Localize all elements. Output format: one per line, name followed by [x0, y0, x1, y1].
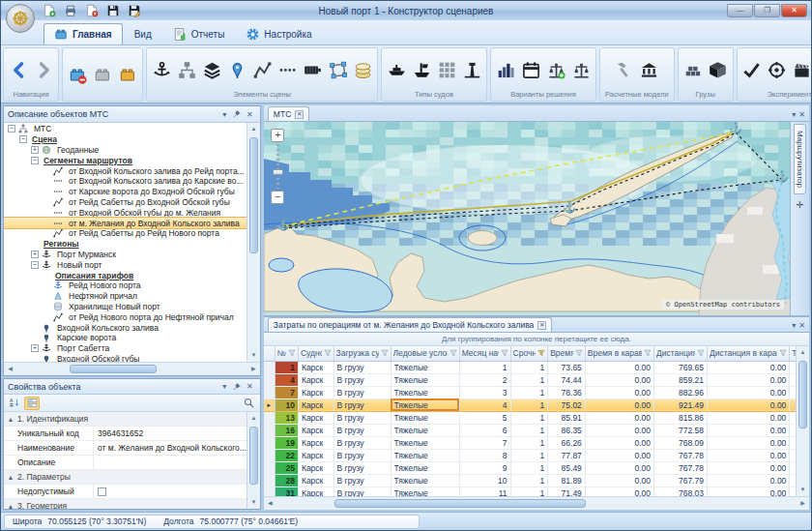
table-cell[interactable]: 0.00 — [707, 411, 789, 424]
tab-view[interactable]: Вид — [125, 23, 161, 44]
table-cell[interactable]: Карск — [298, 436, 334, 449]
sort-alphabetical-icon[interactable]: АЯ — [7, 397, 22, 410]
table-cell[interactable]: 767.78 — [654, 449, 708, 461]
close-icon[interactable]: ✕ — [295, 110, 304, 119]
table-cell[interactable]: Тяжелые — [391, 424, 459, 436]
tree-item[interactable]: от м. Желания до Входной Кольского залив… — [4, 218, 246, 228]
close-icon[interactable]: ✕ — [537, 321, 546, 330]
table-cell[interactable]: 1 — [510, 487, 548, 496]
table-row[interactable]: 28КарскВ грузуТяжелые10181.890.00767.790… — [264, 474, 796, 487]
tree-item[interactable]: Нефтяной причал — [4, 291, 246, 302]
column-header[interactable]: Судно — [298, 346, 334, 361]
table-cell[interactable]: 9 — [459, 461, 510, 474]
maximize-button[interactable]: ❐ — [754, 4, 780, 17]
table-row[interactable]: 31КарскВ грузуТяжелые11171.490.00768.030… — [264, 487, 796, 496]
column-header[interactable]: № — [275, 346, 298, 361]
table-row[interactable]: 13КарскВ грузуТяжелые5185.910.00815.860.… — [264, 411, 796, 424]
table-row[interactable]: 4КарскВ грузуТяжелые2174.440.00859.210.0… — [264, 373, 796, 386]
ribbon-port-ship-button[interactable] — [460, 56, 483, 85]
table-cell[interactable]: 3 — [459, 386, 510, 398]
pin-icon[interactable] — [231, 108, 244, 121]
table-cell[interactable]: 1 — [510, 398, 548, 411]
scroll-right-icon[interactable]: ▶ — [247, 363, 260, 375]
table-cell[interactable]: 815.86 — [654, 411, 708, 424]
tree-expand-icon[interactable]: + — [31, 251, 39, 258]
table-cell[interactable]: 768.09 — [654, 436, 708, 449]
table-cell[interactable]: В грузу — [334, 487, 391, 496]
tree-item[interactable]: +Порт Мурманск — [4, 250, 246, 260]
table-cell[interactable]: 71.49 — [548, 487, 586, 496]
ribbon-calendar-button[interactable] — [519, 56, 542, 85]
zoom-slider[interactable] — [276, 144, 279, 189]
close-button[interactable]: ✕ — [781, 4, 807, 17]
tree-item[interactable]: от Входной Обской губы до м. Желания — [4, 207, 246, 218]
table-row[interactable]: 19КарскВ грузуТяжелые7166.260.00768.090.… — [264, 436, 796, 449]
scroll-up-icon[interactable]: ▲ — [247, 123, 260, 135]
table-cell[interactable]: 0.00 — [585, 411, 653, 424]
column-header[interactable]: Месяц начала — [459, 346, 510, 361]
table-cell[interactable]: Карск — [298, 373, 334, 386]
ribbon-scales-button[interactable] — [569, 56, 593, 85]
ribbon-layers-button[interactable] — [200, 56, 223, 85]
tree-horizontal-scrollbar[interactable]: ◀ ▶ — [4, 362, 260, 375]
save-button[interactable] — [103, 3, 123, 19]
chevron-down-icon[interactable]: ▾ — [218, 108, 231, 121]
new-document-button[interactable] — [40, 3, 59, 19]
table-cell[interactable]: 81.89 — [548, 474, 586, 487]
ribbon-box3d-button[interactable] — [707, 56, 730, 85]
tree-item[interactable]: −Сцена — [4, 134, 246, 145]
table-cell[interactable]: 1 — [510, 386, 548, 398]
table-cell[interactable]: Карск — [298, 424, 334, 436]
tree-item[interactable]: Хранилище Новый порт — [4, 302, 246, 312]
table-cell[interactable]: Карск — [298, 449, 334, 461]
table-cell[interactable]: 86.35 — [548, 424, 586, 436]
ribbon-ship-button[interactable] — [410, 56, 433, 85]
chevron-down-icon[interactable]: ▾ — [218, 380, 231, 393]
tab-router[interactable]: Маршрутизатор — [794, 124, 806, 194]
table-cell[interactable]: 0.00 — [585, 398, 653, 411]
table-row[interactable]: 1КарскВ грузуТяжелые1173.650.00769.650.0… — [264, 361, 796, 373]
table-cell[interactable]: 77.87 — [548, 449, 586, 461]
table-cell[interactable]: Карск — [298, 487, 334, 496]
table-cell[interactable]: 85.91 — [548, 411, 586, 424]
close-icon[interactable]: ✕ — [244, 108, 256, 121]
ribbon-cargo-stack-button[interactable] — [682, 56, 705, 85]
table-cell[interactable]: 1 — [510, 373, 548, 386]
ribbon-chart-button[interactable] — [494, 56, 517, 85]
table-vertical-scrollbar[interactable]: ▲ ▼ — [796, 346, 809, 496]
scroll-down-icon[interactable]: ▼ — [247, 496, 260, 509]
tree-item[interactable]: Описания тарифов — [4, 270, 246, 280]
tree-item[interactable]: −Новый порт — [4, 259, 246, 270]
tree-item[interactable]: от Карские ворота до Входной Обской губы — [4, 187, 246, 197]
table-cell[interactable]: 78.36 — [548, 386, 586, 398]
table-cell[interactable]: 1 — [510, 361, 548, 373]
table-cell[interactable]: 75.02 — [548, 398, 586, 411]
table-cell[interactable]: Карск — [298, 361, 334, 373]
table-cell[interactable]: 0.00 — [585, 449, 653, 461]
close-document-button[interactable] — [82, 3, 102, 19]
table-cell[interactable]: 767.79 — [654, 474, 708, 487]
ribbon-forward-button[interactable] — [32, 56, 55, 85]
table-cell[interactable]: 8 — [459, 449, 510, 461]
table-cell[interactable]: Тяжелые — [391, 398, 459, 411]
sort-categorized-icon[interactable] — [24, 397, 40, 410]
table-cell[interactable]: 0.00 — [707, 474, 789, 487]
table-row[interactable]: 22КарскВ грузуТяжелые8177.870.00767.780.… — [264, 449, 796, 461]
table-cell[interactable]: 0.00 — [707, 361, 789, 373]
table-cell[interactable]: 11 — [459, 487, 510, 496]
table-cell[interactable]: 0.00 — [707, 386, 789, 398]
close-icon[interactable]: ✕ — [244, 380, 256, 393]
table-cell[interactable]: 1 — [510, 474, 548, 487]
close-icon[interactable]: ✕ — [798, 110, 805, 119]
ribbon-block-grey-button[interactable] — [91, 60, 114, 89]
table-row[interactable]: ▸10КарскВ грузуТяжелые4175.020.00921.490… — [264, 398, 796, 411]
tree-item[interactable]: от Рейд Сабетты до Входной Обской губы — [4, 197, 246, 208]
column-header[interactable]: Время в караване — [585, 346, 653, 361]
property-value[interactable] — [93, 456, 246, 469]
table-cell[interactable]: 5 — [459, 411, 510, 424]
table-cell[interactable]: В грузу — [334, 411, 391, 424]
table-row[interactable]: 16КарскВ грузуТяжелые6186.350.00772.580.… — [264, 424, 796, 436]
tab-home[interactable]: Главная — [44, 23, 123, 44]
ribbon-route-button[interactable] — [250, 56, 274, 85]
table-cell[interactable]: Тяжелые — [391, 386, 459, 398]
